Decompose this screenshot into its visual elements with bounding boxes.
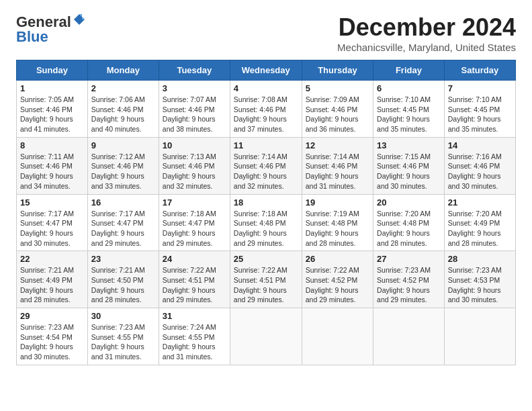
day-number: 20: [377, 197, 441, 208]
day-detail: Sunrise: 7:09 AMSunset: 4:46 PMDaylight:…: [306, 95, 369, 134]
logo-blue: Blue: [16, 28, 48, 46]
calendar-day-1: 1Sunrise: 7:05 AMSunset: 4:46 PMDaylight…: [17, 81, 88, 138]
day-detail: Sunrise: 7:07 AMSunset: 4:46 PMDaylight:…: [163, 95, 226, 134]
day-detail: Sunrise: 7:20 AMSunset: 4:49 PMDaylight:…: [448, 209, 512, 248]
day-detail: Sunrise: 7:24 AMSunset: 4:55 PMDaylight:…: [163, 322, 226, 362]
day-detail: Sunrise: 7:23 AMSunset: 4:53 PMDaylight:…: [448, 265, 512, 305]
day-number: 24: [163, 254, 226, 264]
empty-cell: [230, 308, 302, 365]
calendar-day-5: 5Sunrise: 7:09 AMSunset: 4:46 PMDaylight…: [302, 81, 373, 138]
day-detail: Sunrise: 7:14 AMSunset: 4:46 PMDaylight:…: [306, 152, 369, 191]
day-number: 9: [91, 140, 155, 150]
day-number: 19: [306, 197, 369, 208]
main-title: December 2024: [337, 13, 516, 42]
calendar-day-7: 7Sunrise: 7:10 AMSunset: 4:45 PMDaylight…: [444, 81, 515, 138]
day-number: 27: [377, 254, 441, 264]
day-detail: Sunrise: 7:18 AMSunset: 4:48 PMDaylight:…: [234, 209, 298, 248]
calendar-day-28: 28Sunrise: 7:23 AMSunset: 4:53 PMDayligh…: [444, 251, 515, 308]
day-header-thursday: Thursday: [302, 60, 373, 81]
empty-cell: [444, 308, 515, 365]
calendar-day-27: 27Sunrise: 7:23 AMSunset: 4:52 PMDayligh…: [373, 251, 445, 308]
day-detail: Sunrise: 7:22 AMSunset: 4:51 PMDaylight:…: [234, 265, 298, 305]
day-number: 18: [234, 197, 298, 208]
calendar-day-15: 15Sunrise: 7:17 AMSunset: 4:47 PMDayligh…: [17, 194, 88, 251]
calendar-day-9: 9Sunrise: 7:12 AMSunset: 4:46 PMDaylight…: [87, 137, 159, 194]
header: General Blue December 2024 Mechanicsvill…: [16, 13, 516, 53]
day-number: 15: [20, 197, 84, 208]
day-header-tuesday: Tuesday: [159, 60, 230, 81]
day-detail: Sunrise: 7:12 AMSunset: 4:46 PMDaylight:…: [91, 152, 155, 191]
day-number: 4: [234, 83, 298, 93]
calendar-day-2: 2Sunrise: 7:06 AMSunset: 4:46 PMDaylight…: [87, 81, 159, 138]
day-header-saturday: Saturday: [444, 60, 515, 81]
day-number: 8: [20, 140, 84, 150]
calendar-day-11: 11Sunrise: 7:14 AMSunset: 4:46 PMDayligh…: [230, 137, 302, 194]
calendar-day-26: 26Sunrise: 7:22 AMSunset: 4:52 PMDayligh…: [302, 251, 373, 308]
day-number: 12: [306, 140, 369, 150]
day-detail: Sunrise: 7:14 AMSunset: 4:46 PMDaylight:…: [234, 152, 298, 191]
day-detail: Sunrise: 7:19 AMSunset: 4:48 PMDaylight:…: [306, 209, 369, 248]
title-area: December 2024 Mechanicsville, Maryland, …: [337, 13, 516, 53]
day-detail: Sunrise: 7:08 AMSunset: 4:46 PMDaylight:…: [234, 95, 298, 134]
day-number: 5: [306, 83, 369, 93]
calendar-day-10: 10Sunrise: 7:13 AMSunset: 4:46 PMDayligh…: [159, 137, 230, 194]
day-detail: Sunrise: 7:17 AMSunset: 4:47 PMDaylight:…: [20, 209, 84, 248]
logo-icon: [73, 13, 86, 26]
calendar-day-6: 6Sunrise: 7:10 AMSunset: 4:45 PMDaylight…: [373, 81, 445, 138]
calendar-day-18: 18Sunrise: 7:18 AMSunset: 4:48 PMDayligh…: [230, 194, 302, 251]
calendar-day-17: 17Sunrise: 7:18 AMSunset: 4:47 PMDayligh…: [159, 194, 230, 251]
day-detail: Sunrise: 7:05 AMSunset: 4:46 PMDaylight:…: [20, 95, 84, 134]
calendar-day-23: 23Sunrise: 7:21 AMSunset: 4:50 PMDayligh…: [87, 251, 159, 308]
calendar-day-22: 22Sunrise: 7:21 AMSunset: 4:49 PMDayligh…: [17, 251, 88, 308]
calendar-table: SundayMondayTuesdayWednesdayThursdayFrid…: [16, 60, 516, 365]
day-detail: Sunrise: 7:21 AMSunset: 4:50 PMDaylight:…: [91, 265, 155, 305]
calendar-day-14: 14Sunrise: 7:16 AMSunset: 4:46 PMDayligh…: [444, 137, 515, 194]
day-header-friday: Friday: [373, 60, 445, 81]
day-number: 3: [163, 83, 226, 93]
calendar-day-13: 13Sunrise: 7:15 AMSunset: 4:46 PMDayligh…: [373, 137, 445, 194]
day-number: 10: [163, 140, 226, 150]
day-number: 6: [377, 83, 441, 93]
logo: General Blue: [16, 13, 86, 46]
calendar-day-29: 29Sunrise: 7:23 AMSunset: 4:54 PMDayligh…: [17, 308, 88, 365]
day-detail: Sunrise: 7:15 AMSunset: 4:46 PMDaylight:…: [377, 152, 441, 191]
day-detail: Sunrise: 7:10 AMSunset: 4:45 PMDaylight:…: [377, 95, 441, 134]
day-number: 2: [91, 83, 155, 93]
day-header-sunday: Sunday: [17, 60, 88, 81]
day-detail: Sunrise: 7:18 AMSunset: 4:47 PMDaylight:…: [163, 209, 226, 248]
day-detail: Sunrise: 7:23 AMSunset: 4:52 PMDaylight:…: [377, 265, 441, 305]
day-number: 13: [377, 140, 441, 150]
day-detail: Sunrise: 7:17 AMSunset: 4:47 PMDaylight:…: [91, 209, 155, 248]
day-number: 17: [163, 197, 226, 208]
day-detail: Sunrise: 7:22 AMSunset: 4:51 PMDaylight:…: [163, 265, 226, 305]
day-detail: Sunrise: 7:06 AMSunset: 4:46 PMDaylight:…: [91, 95, 155, 134]
day-number: 11: [234, 140, 298, 150]
day-detail: Sunrise: 7:11 AMSunset: 4:46 PMDaylight:…: [20, 152, 84, 191]
calendar-day-20: 20Sunrise: 7:20 AMSunset: 4:48 PMDayligh…: [373, 194, 445, 251]
day-number: 22: [20, 254, 84, 264]
day-number: 23: [91, 254, 155, 264]
day-number: 31: [163, 311, 226, 321]
day-number: 16: [91, 197, 155, 208]
day-detail: Sunrise: 7:10 AMSunset: 4:45 PMDaylight:…: [448, 95, 512, 134]
day-number: 7: [448, 83, 512, 93]
day-number: 21: [448, 197, 512, 208]
calendar-day-30: 30Sunrise: 7:23 AMSunset: 4:55 PMDayligh…: [87, 308, 159, 365]
day-detail: Sunrise: 7:23 AMSunset: 4:54 PMDaylight:…: [20, 322, 84, 362]
day-detail: Sunrise: 7:20 AMSunset: 4:48 PMDaylight:…: [377, 209, 441, 248]
day-detail: Sunrise: 7:13 AMSunset: 4:46 PMDaylight:…: [163, 152, 226, 191]
day-number: 29: [20, 311, 84, 321]
empty-cell: [302, 308, 373, 365]
day-number: 14: [448, 140, 512, 150]
calendar-day-24: 24Sunrise: 7:22 AMSunset: 4:51 PMDayligh…: [159, 251, 230, 308]
day-detail: Sunrise: 7:21 AMSunset: 4:49 PMDaylight:…: [20, 265, 84, 305]
day-number: 30: [91, 311, 155, 321]
calendar-day-3: 3Sunrise: 7:07 AMSunset: 4:46 PMDaylight…: [159, 81, 230, 138]
empty-cell: [373, 308, 445, 365]
day-number: 1: [20, 83, 84, 93]
subtitle: Mechanicsville, Maryland, United States: [337, 42, 516, 53]
day-number: 28: [448, 254, 512, 264]
calendar-day-12: 12Sunrise: 7:14 AMSunset: 4:46 PMDayligh…: [302, 137, 373, 194]
day-header-monday: Monday: [87, 60, 159, 81]
day-header-wednesday: Wednesday: [230, 60, 302, 81]
